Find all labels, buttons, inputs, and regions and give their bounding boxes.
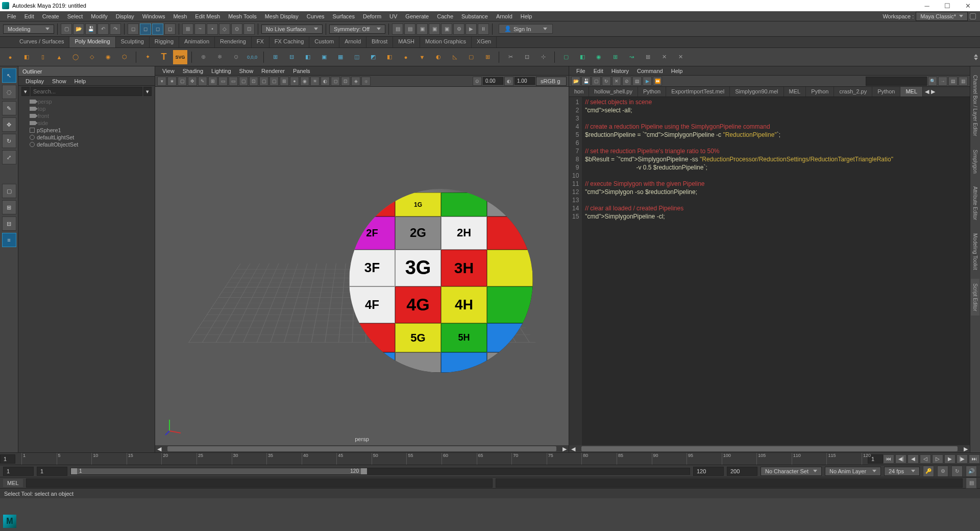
edge-flow-icon[interactable]: ↝ xyxy=(624,50,639,64)
select-mode-icon[interactable]: ◻ xyxy=(128,23,139,35)
shelf-tab-fxcache[interactable]: FX Caching xyxy=(270,37,309,47)
script-save-icon[interactable]: 💾 xyxy=(581,77,591,86)
menu-edit-mesh[interactable]: Edit Mesh xyxy=(191,12,224,20)
select-mode-4-icon[interactable]: ◻ xyxy=(164,23,176,35)
script-tab-8[interactable]: Python xyxy=(872,87,900,96)
lock-icon[interactable] xyxy=(970,13,976,19)
script-goto-icon[interactable]: → xyxy=(938,77,947,86)
open-scene-icon[interactable]: 📂 xyxy=(73,23,84,35)
script-scrollbar[interactable]: ◀▶ xyxy=(569,445,970,452)
shelf-scroll-up-icon[interactable] xyxy=(974,54,978,57)
range-end-in[interactable] xyxy=(693,467,724,476)
play-back-icon[interactable]: ◁ xyxy=(920,454,931,464)
select-mode-2-icon[interactable]: ◻ xyxy=(140,23,151,35)
vp-lights-icon[interactable]: ☀ xyxy=(310,77,320,86)
quad-draw-icon[interactable]: ▢ xyxy=(559,50,573,64)
script-tab-0[interactable]: hon xyxy=(569,87,589,96)
autokey-icon[interactable]: 🔑 xyxy=(923,466,934,477)
cmdline-input[interactable] xyxy=(26,478,493,488)
shelf-tab-arnold[interactable]: Arnold xyxy=(339,37,366,47)
workspace-select[interactable]: Maya Classic* xyxy=(916,12,968,21)
script-tab-5[interactable]: MEL xyxy=(784,87,806,96)
rotate-tool-icon[interactable]: ↻ xyxy=(2,134,16,148)
symmetry-select[interactable]: Symmetry: Off xyxy=(329,25,385,34)
outliner-item-psphere1[interactable]: pSphere1 xyxy=(20,127,153,134)
mirror-icon[interactable]: ◐ xyxy=(431,50,446,64)
script-tab-2[interactable]: Python xyxy=(638,87,666,96)
shelf-tab-curves[interactable]: Curves / Surfaces xyxy=(14,37,69,47)
vp-field-chart-icon[interactable]: ⊡ xyxy=(249,77,258,86)
script-tab-3[interactable]: ExportImportTest.mel xyxy=(666,87,730,96)
vp-near-field[interactable] xyxy=(483,77,503,85)
viewport-scrollbar[interactable]: ◀▶ xyxy=(155,445,569,452)
signin-button[interactable]: 👤Sign In xyxy=(499,24,553,34)
vp-menu-renderer[interactable]: Renderer xyxy=(257,67,289,75)
menu-curves[interactable]: Curves xyxy=(303,12,329,20)
snap-grid-icon[interactable]: ⊞ xyxy=(182,23,193,35)
layout-single-icon[interactable]: ▢ xyxy=(2,184,16,198)
vp-far-icon[interactable]: ◐ xyxy=(504,77,513,86)
lasso-tool-icon[interactable]: ◌ xyxy=(2,85,16,99)
menu-edit[interactable]: Edit xyxy=(20,12,38,20)
menu-deform[interactable]: Deform xyxy=(359,12,385,20)
range-start-out[interactable] xyxy=(3,467,34,476)
range-end-out[interactable] xyxy=(727,467,757,476)
vp-res-gate-icon[interactable]: ▭ xyxy=(229,77,238,86)
vp-safe-title-icon[interactable]: ▢ xyxy=(270,77,279,86)
outliner-menu-show[interactable]: Show xyxy=(48,77,70,85)
script-clear-all-icon[interactable]: ⊘ xyxy=(622,77,631,86)
save-scene-icon[interactable]: 💾 xyxy=(85,23,96,35)
vp-bookmark-icon[interactable]: ★ xyxy=(167,77,177,86)
minimize-button[interactable]: ─ xyxy=(917,0,937,11)
crease-icon[interactable]: ⊞ xyxy=(608,50,622,64)
tab-script-editor[interactable]: Script Editor xyxy=(971,279,979,316)
outliner-filter-icon[interactable]: ▾ xyxy=(21,87,30,96)
tab-simplygon[interactable]: Simplygon xyxy=(971,145,979,178)
script-menu-edit[interactable]: Edit xyxy=(590,67,607,75)
menu-arnold[interactable]: Arnold xyxy=(492,12,517,20)
script-tab-6[interactable]: Python xyxy=(806,87,834,96)
vp-shadows-icon[interactable]: ◐ xyxy=(321,77,330,86)
bridge-icon[interactable]: ▦ xyxy=(333,50,348,64)
script-search-input[interactable] xyxy=(866,77,927,86)
step-back-key-icon[interactable]: ◀| xyxy=(895,454,906,464)
script-save-shelf-icon[interactable]: ▢ xyxy=(592,77,601,86)
vp-film-gate-icon[interactable]: ▭ xyxy=(218,77,228,86)
vp-menu-view[interactable]: View xyxy=(158,67,179,75)
scale-tool-icon[interactable]: ⤢ xyxy=(2,150,16,164)
script-execute-all-icon[interactable]: ⏩ xyxy=(653,77,662,86)
menu-cache[interactable]: Cache xyxy=(433,12,457,20)
menu-uv[interactable]: UV xyxy=(385,12,401,20)
poly-cylinder-icon[interactable]: ▯ xyxy=(36,50,50,64)
snap-center-icon[interactable]: ⊙ xyxy=(231,23,242,35)
cmdline-lang[interactable]: MEL xyxy=(3,479,23,487)
range-prefs-icon[interactable]: ⚙ xyxy=(937,466,948,477)
render-settings-icon[interactable]: ⚙ xyxy=(453,23,464,35)
fps-select[interactable]: 24 fps xyxy=(884,467,920,476)
render-icon[interactable]: ▣ xyxy=(416,23,428,35)
script-tab-9[interactable]: MEL xyxy=(900,87,923,96)
delete-edge-icon[interactable]: ✕ xyxy=(673,50,688,64)
vp-grease-icon[interactable]: ✎ xyxy=(198,77,207,86)
script-tab-4[interactable]: Simplygon90.mel xyxy=(730,87,783,96)
vp-menu-lighting[interactable]: Lighting xyxy=(207,67,235,75)
poly-cube-icon[interactable]: ◧ xyxy=(19,50,34,64)
live-surface-select[interactable]: No Live Surface xyxy=(261,25,323,34)
shelf-tab-sculpt[interactable]: Sculpting xyxy=(116,37,150,47)
pause-icon[interactable]: ⏸ xyxy=(478,23,489,35)
menu-select[interactable]: Select xyxy=(63,12,87,20)
tab-next-icon[interactable]: ▶ xyxy=(931,88,935,95)
select-tool-icon[interactable]: ↖ xyxy=(2,68,16,83)
layout-custom-icon[interactable]: ⊟ xyxy=(2,216,16,231)
script-layout-icon[interactable]: ▤ xyxy=(948,77,958,86)
script-open-icon[interactable]: 📂 xyxy=(571,77,580,86)
shelf-tab-fx[interactable]: FX xyxy=(252,37,270,47)
anim-layer-select[interactable]: No Anim Layer xyxy=(825,467,881,476)
multicut-icon[interactable]: ✂ xyxy=(503,50,518,64)
poly-type-icon[interactable]: ✦ xyxy=(140,50,155,64)
step-forward-key-icon[interactable]: |▶ xyxy=(957,454,968,464)
goto-start-icon[interactable]: ⏮ xyxy=(883,454,894,464)
menu-surfaces[interactable]: Surfaces xyxy=(329,12,359,20)
fill-hole-icon[interactable]: ◩ xyxy=(366,50,380,64)
outliner-item-lightset[interactable]: defaultLightSet xyxy=(20,134,153,141)
